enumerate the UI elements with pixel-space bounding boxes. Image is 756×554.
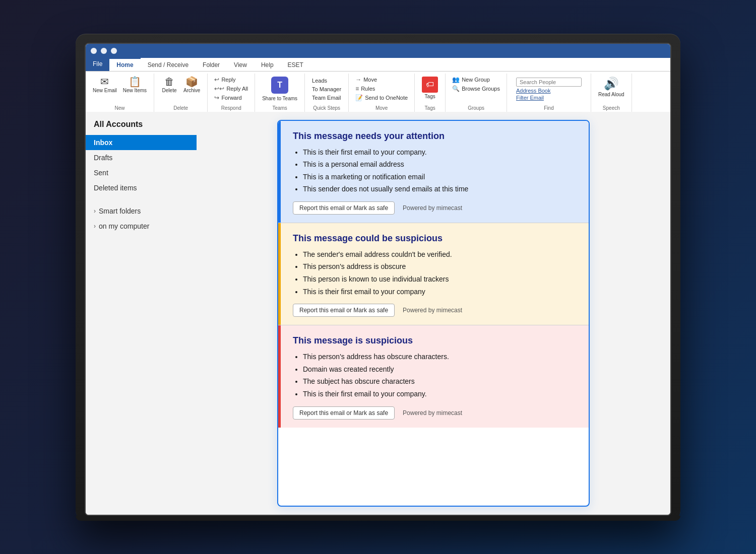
alert-item-very-suspicious-3: This is their first email to your compan… (303, 389, 577, 399)
tab-file[interactable]: File (86, 58, 109, 71)
forward-label: Forward (221, 95, 241, 101)
ribbon-group-teams: T Share to Teams Teams (255, 74, 305, 112)
delete-label: Delete (162, 88, 177, 93)
new-email-button[interactable]: ✉ New Email (91, 76, 119, 94)
move-label: Move (363, 77, 377, 83)
alert-title-attention: This message needs your attention (293, 131, 577, 142)
report-btn-very-suspicious[interactable]: Report this email or Mark as safe (293, 406, 395, 420)
report-btn-suspicious[interactable]: Report this email or Mark as safe (293, 304, 395, 317)
new-email-label: New Email (93, 88, 117, 93)
move-button[interactable]: → Move (354, 76, 409, 84)
new-email-icon: ✉ (100, 77, 109, 87)
alert-item-attention-0: This is their first email to your compan… (303, 148, 577, 158)
filter-email-link[interactable]: Filter Email (516, 95, 582, 101)
move-group-label: Move (375, 103, 388, 111)
forward-icon: ↪ (214, 94, 219, 101)
teams-group-label: Teams (272, 103, 287, 111)
main-area: All Accounts Inbox Drafts Sent Deleted i… (86, 112, 670, 515)
sidebar-item-drafts[interactable]: Drafts (86, 150, 197, 165)
laptop-screen: File Home Send / Receive Folder View Hel… (85, 43, 671, 516)
rules-icon: ≡ (355, 85, 359, 92)
share-to-teams-label: Share to Teams (262, 96, 297, 101)
ribbon-group-find: Address Book Filter Email Find (507, 74, 591, 112)
sidebar-item-deleted[interactable]: Deleted items (86, 180, 197, 195)
tab-view[interactable]: View (227, 58, 254, 71)
team-email-label: Team Email (312, 95, 341, 101)
reply-label: Reply (221, 77, 235, 83)
alert-list-suspicious: The sender's email address couldn't be v… (293, 250, 577, 297)
reply-button[interactable]: ↩ Reply (213, 76, 249, 84)
address-book-link[interactable]: Address Book (516, 88, 582, 94)
alerts-container: This message needs your attention This i… (277, 120, 590, 507)
tab-folder[interactable]: Folder (196, 58, 227, 71)
alert-list-attention: This is their first email to your compan… (293, 148, 577, 194)
tab-send-receive[interactable]: Send / Receive (141, 58, 196, 71)
sidebar-item-on-my-computer[interactable]: › on my computer (86, 219, 197, 234)
reply-all-button[interactable]: ↩↩ Reply All (213, 85, 249, 93)
alert-list-very-suspicious: This person's address has obscure charac… (293, 352, 577, 399)
report-btn-attention[interactable]: Report this email or Mark as safe (293, 201, 395, 215)
title-bar (86, 44, 670, 58)
tags-icon: 🏷 (422, 77, 438, 93)
quick-step-team-email[interactable]: Team Email (310, 94, 343, 102)
quick-steps-label: Quick Steps (313, 103, 340, 111)
tab-home[interactable]: Home (109, 58, 140, 71)
alert-item-suspicious-2: This person is known to use individual t… (303, 274, 577, 285)
new-group-button[interactable]: 👥 New Group (451, 76, 501, 84)
browse-groups-label: Browse Groups (462, 86, 500, 92)
quick-step-manager[interactable]: To Manager (310, 85, 343, 93)
reply-all-icon: ↩↩ (214, 85, 224, 92)
alert-item-suspicious-3: This is their first email to your compan… (303, 287, 577, 297)
alert-item-attention-3: This sender does not usually send emails… (303, 184, 577, 194)
search-people-input[interactable] (516, 78, 582, 87)
sidebar-item-sent[interactable]: Sent (86, 165, 197, 180)
alert-footer-attention: Report this email or Mark as safe Powere… (293, 201, 577, 215)
forward-button[interactable]: ↪ Forward (213, 94, 249, 102)
teams-icon: T (271, 77, 288, 94)
content-panel: This message needs your attention This i… (197, 112, 670, 515)
read-aloud-label: Read Aloud (598, 92, 624, 97)
alert-item-suspicious-0: The sender's email address couldn't be v… (303, 250, 577, 260)
sidebar: All Accounts Inbox Drafts Sent Deleted i… (86, 112, 197, 515)
send-to-onenote-button[interactable]: 📝 Send to OneNote (354, 94, 409, 102)
rules-label: Rules (361, 86, 375, 92)
powered-suspicious: Powered by mimecast (403, 307, 462, 314)
sidebar-item-smart-folders[interactable]: › Smart folders (86, 203, 197, 219)
browse-groups-icon: 🔍 (452, 85, 460, 92)
ribbon-group-new: ✉ New Email 📋 New Items New (86, 74, 154, 112)
sidebar-item-inbox[interactable]: Inbox (86, 135, 197, 150)
reply-all-label: Reply All (226, 86, 248, 92)
new-items-label: New Items (123, 88, 147, 93)
share-to-teams-button[interactable]: T Share to Teams (260, 76, 299, 102)
find-group-label: Find (544, 103, 553, 111)
alert-footer-suspicious: Report this email or Mark as safe Powere… (293, 304, 577, 317)
archive-button[interactable]: 📦 Archive (181, 76, 202, 94)
read-aloud-button[interactable]: 🔊 Read Aloud (596, 76, 626, 98)
tags-button[interactable]: 🏷 Tags (420, 76, 440, 100)
archive-icon: 📦 (185, 77, 198, 87)
alert-title-very-suspicious: This message is suspicious (293, 335, 577, 346)
smart-folders-label: Smart folders (99, 207, 141, 215)
quick-step-leads[interactable]: Leads (310, 77, 343, 85)
respond-small-btns: ↩ Reply ↩↩ Reply All ↪ Forward (213, 76, 249, 102)
rules-button[interactable]: ≡ Rules (354, 85, 409, 93)
powered-attention: Powered by mimecast (403, 204, 462, 212)
move-icon: → (355, 76, 361, 83)
alert-item-suspicious-1: This person's address is obscure (303, 262, 577, 272)
powered-very-suspicious: Powered by mimecast (403, 409, 462, 417)
laptop-base (76, 516, 680, 521)
ribbon-group-quick-steps: Leads To Manager Team Email Quick Steps (305, 74, 349, 112)
tab-eset[interactable]: ESET (281, 58, 310, 71)
ribbon-tabs: File Home Send / Receive Folder View Hel… (86, 58, 670, 72)
on-my-computer-label: on my computer (99, 222, 149, 230)
delete-button[interactable]: 🗑 Delete (159, 76, 179, 94)
ribbon-content: ✉ New Email 📋 New Items New 🗑 Delete (86, 72, 670, 112)
alert-item-attention-1: This is a personal email address (303, 160, 577, 170)
browse-groups-button[interactable]: 🔍 Browse Groups (451, 85, 501, 93)
to-manager-label: To Manager (312, 86, 341, 92)
tab-help[interactable]: Help (254, 58, 281, 71)
title-dot-3 (111, 48, 117, 54)
alert-item-very-suspicious-0: This person's address has obscure charac… (303, 352, 577, 362)
ribbon-group-speech: 🔊 Read Aloud Speech (591, 74, 632, 112)
new-items-button[interactable]: 📋 New Items (121, 76, 149, 94)
